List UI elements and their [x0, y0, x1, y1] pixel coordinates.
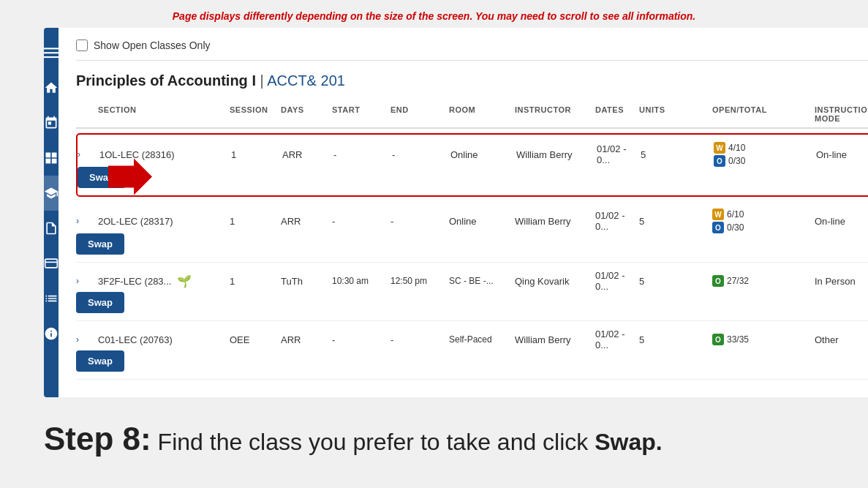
section-name: C01-LEC (20763): [98, 334, 230, 345]
end-time: 12:50 pm: [390, 276, 449, 286]
instruction-mode: In Person: [815, 276, 868, 287]
sidebar: [44, 28, 59, 397]
step-number: Step 8:: [44, 421, 151, 457]
sidebar-item-info[interactable]: [44, 316, 59, 351]
waitlist-badge: W: [712, 209, 724, 220]
col-open-total: OPEN/TOTAL: [712, 105, 815, 123]
sidebar-item-calendar[interactable]: [44, 105, 59, 140]
dates: 01/02 - 0...: [597, 143, 641, 165]
days: TuTh: [281, 276, 332, 287]
waitlist-count: 4/10: [728, 143, 745, 153]
units: 5: [639, 334, 712, 345]
sidebar-item-list[interactable]: [44, 281, 59, 316]
notice-text: Page displays differently depending on t…: [173, 10, 695, 22]
table-row: › 2OL-LEC (28317) 1 ARR - - Online Willi…: [76, 201, 868, 263]
swap-button-3[interactable]: Swap: [76, 292, 124, 313]
session: 1: [230, 216, 281, 227]
sidebar-item-grid[interactable]: [44, 140, 59, 176]
course-title: Principles of Accounting I | ACCT& 201: [76, 72, 868, 89]
show-open-checkbox[interactable]: [76, 40, 88, 51]
units: 5: [639, 276, 712, 287]
col-expand: [76, 105, 98, 123]
end-time: -: [390, 334, 449, 345]
instruction-mode: On-line: [816, 149, 868, 160]
plant-icon: 🌱: [177, 274, 192, 288]
open-total: O 27/32: [712, 275, 815, 287]
col-dates: DATES: [595, 105, 639, 123]
svg-marker-5: [108, 158, 152, 195]
sidebar-item-home[interactable]: [44, 70, 59, 105]
section-name: 3F2F-LEC (283... 🌱: [98, 274, 230, 288]
instructor: William Berry: [516, 149, 597, 160]
open-badge: O: [712, 275, 724, 287]
sidebar-item-finance[interactable]: [44, 246, 59, 281]
svg-rect-0: [44, 48, 59, 49]
table-row: › 1OL-LEC (28316) 1 ARR - - Online Willi…: [78, 139, 868, 191]
col-instruction-mode: INSTRUCTION MODE: [815, 105, 868, 123]
days: ARR: [281, 334, 332, 345]
open-total: W 4/10 O 0/30: [714, 142, 816, 167]
content-panel: Show Open Classes Only Principles of Acc…: [59, 28, 868, 397]
dates: 01/02 - 0...: [595, 270, 639, 292]
show-open-classes-toggle[interactable]: Show Open Classes Only: [76, 40, 211, 51]
open-count: 27/32: [727, 276, 749, 286]
svg-rect-1: [44, 52, 59, 53]
open-badge: O: [712, 334, 724, 345]
section-name: 2OL-LEC (28317): [98, 216, 230, 227]
instructor: William Berry: [515, 216, 595, 227]
open-count: 0/30: [727, 222, 744, 233]
room: Online: [450, 149, 516, 160]
svg-rect-3: [45, 259, 58, 268]
units: 5: [639, 216, 712, 227]
col-units: UNITS: [639, 105, 712, 123]
col-end: END: [390, 105, 449, 123]
open-total: W 6/10 O 0/30: [712, 209, 815, 233]
swap-word: Swap.: [595, 429, 662, 455]
room: Online: [449, 216, 515, 227]
svg-rect-2: [44, 56, 59, 58]
waitlist-count: 6/10: [727, 209, 744, 219]
sidebar-item-menu[interactable]: [44, 35, 59, 70]
col-section: SECTION: [98, 105, 230, 123]
session: 1: [231, 149, 282, 160]
end-time: -: [392, 149, 450, 160]
step-body-text: Find the class you prefer to take and cl…: [158, 429, 663, 455]
instruction-mode: On-line: [815, 216, 868, 227]
show-open-label: Show Open Classes Only: [94, 40, 211, 51]
dates: 01/02 - 0...: [595, 329, 639, 350]
red-arrow-indicator: [108, 158, 152, 197]
days: ARR: [282, 149, 333, 160]
waitlist-badge: W: [714, 142, 725, 154]
col-session: SESSION: [230, 105, 281, 123]
table-row: › C01-LEC (20763) OEE ARR - - Self-Paced…: [76, 321, 868, 380]
swap-button-2[interactable]: Swap: [76, 233, 124, 255]
step-instruction: Step 8: Find the class you prefer to tak…: [44, 421, 824, 457]
start-time: -: [333, 149, 392, 160]
open-badge: O: [714, 155, 725, 167]
top-bar: Show Open Classes Only: [76, 40, 868, 61]
col-room: ROOM: [449, 105, 515, 123]
row-expand-chevron[interactable]: ›: [76, 334, 98, 345]
col-instructor: INSTRUCTOR: [515, 105, 595, 123]
instruction-mode: Other: [815, 334, 868, 345]
units: 5: [641, 149, 714, 160]
swap-button-4[interactable]: Swap: [76, 350, 124, 372]
session: 1: [230, 276, 281, 287]
sidebar-item-documents[interactable]: [44, 211, 59, 246]
instructor: Qing Kovarik: [515, 276, 595, 287]
row-expand-chevron[interactable]: ›: [76, 216, 98, 226]
room: Self-Paced: [449, 334, 515, 345]
row-expand-chevron[interactable]: ›: [78, 149, 99, 159]
table-header: SECTION SESSION DAYS START END ROOM INST…: [76, 101, 868, 129]
open-badge: O: [712, 222, 724, 233]
row-expand-chevron[interactable]: ›: [76, 276, 98, 286]
course-code: ACCT& 201: [267, 72, 345, 89]
room: SC - BE -...: [449, 276, 515, 286]
sidebar-item-academics[interactable]: [44, 176, 59, 211]
col-start: START: [332, 105, 390, 123]
col-days: DAYS: [281, 105, 332, 123]
start-time: -: [332, 216, 390, 227]
dates: 01/02 - 0...: [595, 210, 639, 232]
table-row: › 3F2F-LEC (283... 🌱 1 TuTh 10:30 am 12:…: [76, 263, 868, 321]
course-table: SECTION SESSION DAYS START END ROOM INST…: [76, 101, 868, 380]
